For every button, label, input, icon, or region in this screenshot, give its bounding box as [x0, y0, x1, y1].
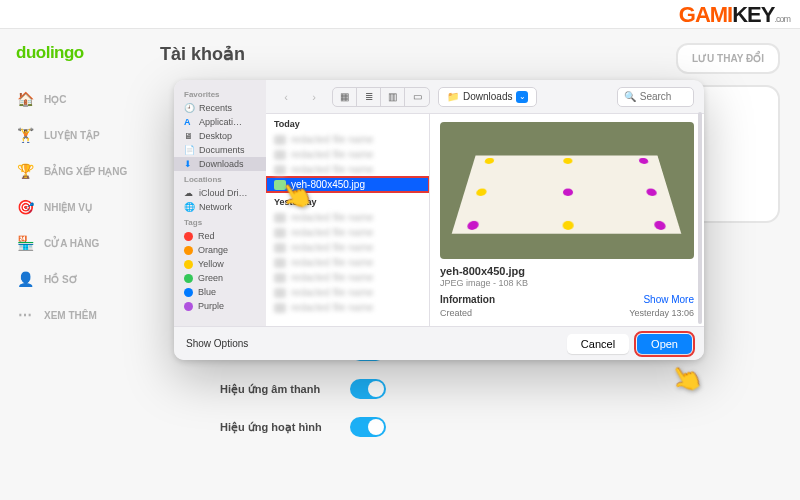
show-options-link[interactable]: Show Options	[186, 338, 248, 349]
list-item[interactable]: redacted file name	[266, 132, 429, 147]
orange-dot-icon	[184, 246, 193, 255]
view-icon-gallery[interactable]: ▭	[405, 88, 429, 106]
preview-info-header: Information	[440, 294, 495, 305]
network-icon: 🌐	[184, 202, 194, 212]
clock-icon: 🕘	[184, 103, 194, 113]
target-icon: 🎯	[16, 198, 34, 216]
view-icon-grid[interactable]: ▦	[333, 88, 357, 106]
sidebar-recents[interactable]: 🕘Recents	[174, 101, 266, 115]
dialog-sidebar: Favorites 🕘Recents AApplicati… 🖥Desktop …	[174, 80, 266, 326]
save-button[interactable]: LƯU THAY ĐỔI	[676, 43, 780, 74]
search-field-wrap[interactable]: 🔍	[617, 87, 694, 107]
list-item[interactable]: redacted file name	[266, 162, 429, 177]
tag-blue[interactable]: Blue	[174, 285, 266, 299]
forward-button[interactable]: ›	[304, 88, 324, 106]
scrollbar[interactable]	[698, 112, 702, 324]
show-more-link[interactable]: Show More	[643, 294, 694, 305]
apps-icon: A	[184, 117, 194, 127]
file-open-dialog: Favorites 🕘Recents AApplicati… 🖥Desktop …	[174, 80, 704, 360]
search-input[interactable]	[640, 91, 687, 102]
list-item[interactable]: redacted file name	[266, 147, 429, 162]
app-sidebar: duolingo 🏠HỌC 🏋️LUYỆN TẬP 🏆BẢNG XẾP HẠNG…	[0, 29, 140, 500]
practice-icon: 🏋️	[16, 126, 34, 144]
chevron-down-icon: ⌄	[516, 91, 528, 103]
document-icon: 📄	[184, 145, 194, 155]
sidebar-downloads[interactable]: ⬇Downloads	[174, 157, 266, 171]
preview-filename: yeh-800x450.jpg	[440, 265, 694, 277]
tag-green[interactable]: Green	[174, 271, 266, 285]
blue-dot-icon	[184, 288, 193, 297]
toggle-anim[interactable]	[350, 417, 386, 437]
file-list[interactable]: Today redacted file name redacted file n…	[266, 114, 430, 326]
sidebar-network[interactable]: 🌐Network	[174, 200, 266, 214]
list-item[interactable]: redacted file name	[266, 255, 429, 270]
profile-icon: 👤	[16, 270, 34, 288]
nav-more[interactable]: ⋯XEM THÊM	[16, 297, 140, 333]
view-icon-columns[interactable]: ▥	[381, 88, 405, 106]
sidebar-desktop[interactable]: 🖥Desktop	[174, 129, 266, 143]
nav-shop[interactable]: 🏪CỬA HÀNG	[16, 225, 140, 261]
back-button[interactable]: ‹	[276, 88, 296, 106]
trophy-icon: 🏆	[16, 162, 34, 180]
desktop-icon: 🖥	[184, 131, 194, 141]
cancel-button[interactable]: Cancel	[567, 334, 629, 354]
green-dot-icon	[184, 274, 193, 283]
view-mode-segment: ▦ ≣ ▥ ▭	[332, 87, 430, 107]
list-item[interactable]: redacted file name	[266, 285, 429, 300]
file-preview: yeh-800x450.jpg JPEG image - 108 KB Info…	[430, 114, 704, 326]
nav-quests[interactable]: 🎯NHIỆM VỤ	[16, 189, 140, 225]
preview-thumbnail	[440, 122, 694, 259]
sidebar-icloud[interactable]: ☁iCloud Dri…	[174, 186, 266, 200]
view-icon-list[interactable]: ≣	[357, 88, 381, 106]
preview-filemeta: JPEG image - 108 KB	[440, 278, 694, 288]
purple-dot-icon	[184, 302, 193, 311]
list-item[interactable]: redacted file name	[266, 270, 429, 285]
dialog-footer: Show Options Cancel Open	[174, 326, 704, 360]
nav-profile[interactable]: 👤HỒ SƠ	[16, 261, 140, 297]
list-item[interactable]: redacted file name	[266, 225, 429, 240]
tag-orange[interactable]: Orange	[174, 243, 266, 257]
app-logo: duolingo	[16, 43, 140, 63]
location-dropdown[interactable]: 📁 Downloads ⌄	[438, 87, 537, 107]
tag-purple[interactable]: Purple	[174, 299, 266, 313]
setting-anim: Hiệu ứng hoạt hình	[220, 417, 780, 437]
toggle-sound[interactable]	[350, 379, 386, 399]
list-item[interactable]: redacted file name	[266, 240, 429, 255]
watermark-logo: GAMIKEY.com	[679, 2, 790, 28]
sidebar-applications[interactable]: AApplicati…	[174, 115, 266, 129]
more-icon: ⋯	[16, 306, 34, 324]
nav-learn[interactable]: 🏠HỌC	[16, 81, 140, 117]
search-icon: 🔍	[624, 91, 636, 102]
tag-yellow[interactable]: Yellow	[174, 257, 266, 271]
shop-icon: 🏪	[16, 234, 34, 252]
dialog-toolbar: ‹ › ▦ ≣ ▥ ▭ 📁 Downloads ⌄ 🔍	[266, 80, 704, 114]
folder-icon: 📁	[447, 91, 459, 102]
red-dot-icon	[184, 232, 193, 241]
tag-red[interactable]: Red	[174, 229, 266, 243]
nav-leaderboard[interactable]: 🏆BẢNG XẾP HẠNG	[16, 153, 140, 189]
open-button[interactable]: Open	[637, 334, 692, 354]
nav-practice[interactable]: 🏋️LUYỆN TẬP	[16, 117, 140, 153]
cloud-icon: ☁	[184, 188, 194, 198]
yellow-dot-icon	[184, 260, 193, 269]
downloads-icon: ⬇	[184, 159, 194, 169]
home-icon: 🏠	[16, 90, 34, 108]
sidebar-documents[interactable]: 📄Documents	[174, 143, 266, 157]
list-item[interactable]: redacted file name	[266, 300, 429, 315]
